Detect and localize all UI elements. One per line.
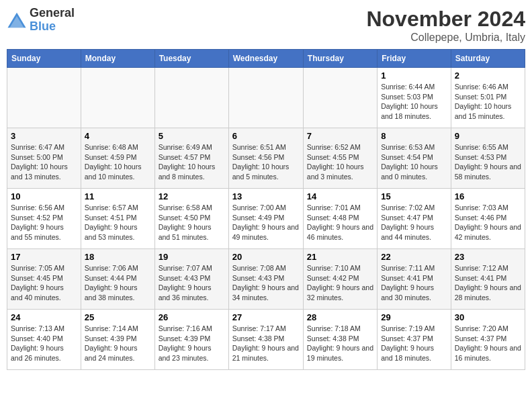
day-number: 27 <box>232 312 300 322</box>
day-info: Sunrise: 6:46 AM Sunset: 5:01 PM Dayligh… <box>455 82 521 122</box>
day-number: 20 <box>232 252 300 262</box>
day-info: Sunrise: 7:20 AM Sunset: 4:37 PM Dayligh… <box>455 324 521 363</box>
month-title: November 2024 <box>366 7 525 32</box>
day-number: 28 <box>307 312 373 322</box>
calendar-day-cell: 13Sunrise: 7:00 AM Sunset: 4:49 PM Dayli… <box>228 189 303 249</box>
weekday-header: Wednesday <box>228 50 303 68</box>
day-info: Sunrise: 7:07 AM Sunset: 4:43 PM Dayligh… <box>159 263 225 303</box>
calendar-day-cell: 11Sunrise: 6:57 AM Sunset: 4:51 PM Dayli… <box>81 189 154 249</box>
day-number: 15 <box>381 191 447 201</box>
calendar-day-cell: 8Sunrise: 6:53 AM Sunset: 4:54 PM Daylig… <box>378 128 451 189</box>
logo-blue-text: Blue <box>30 19 56 33</box>
calendar-header-row: SundayMondayTuesdayWednesdayThursdayFrid… <box>7 50 525 68</box>
day-number: 2 <box>455 71 521 81</box>
day-info: Sunrise: 7:05 AM Sunset: 4:45 PM Dayligh… <box>11 263 77 303</box>
day-number: 30 <box>455 312 521 322</box>
calendar-day-cell: 4Sunrise: 6:48 AM Sunset: 4:59 PM Daylig… <box>81 128 154 189</box>
day-info: Sunrise: 6:52 AM Sunset: 4:55 PM Dayligh… <box>307 142 373 182</box>
day-number: 18 <box>85 252 151 262</box>
day-number: 12 <box>159 191 225 201</box>
calendar-day-cell: 12Sunrise: 6:58 AM Sunset: 4:50 PM Dayli… <box>154 189 228 249</box>
calendar-day-cell: 26Sunrise: 7:16 AM Sunset: 4:39 PM Dayli… <box>154 310 228 370</box>
day-info: Sunrise: 7:08 AM Sunset: 4:43 PM Dayligh… <box>232 263 300 303</box>
logo-general-text: General <box>30 6 75 19</box>
logo-icon <box>7 10 27 30</box>
calendar-day-cell <box>228 68 303 128</box>
day-number: 16 <box>455 191 521 201</box>
day-info: Sunrise: 7:06 AM Sunset: 4:44 PM Dayligh… <box>85 263 151 303</box>
day-number: 21 <box>307 252 373 262</box>
day-info: Sunrise: 7:10 AM Sunset: 4:42 PM Dayligh… <box>307 263 373 303</box>
calendar-day-cell <box>81 68 154 128</box>
day-info: Sunrise: 6:49 AM Sunset: 4:57 PM Dayligh… <box>159 142 225 182</box>
weekday-header: Monday <box>81 50 154 68</box>
calendar-day-cell: 14Sunrise: 7:01 AM Sunset: 4:48 PM Dayli… <box>303 189 377 249</box>
calendar-day-cell <box>303 68 377 128</box>
calendar-day-cell: 5Sunrise: 6:49 AM Sunset: 4:57 PM Daylig… <box>154 128 228 189</box>
day-info: Sunrise: 6:44 AM Sunset: 5:03 PM Dayligh… <box>381 82 447 122</box>
day-number: 4 <box>85 131 151 141</box>
day-number: 24 <box>11 312 77 322</box>
page-header: General Blue November 2024 Collepepe, Um… <box>7 7 525 44</box>
day-info: Sunrise: 6:51 AM Sunset: 4:56 PM Dayligh… <box>232 142 300 182</box>
calendar-day-cell: 27Sunrise: 7:17 AM Sunset: 4:38 PM Dayli… <box>228 310 303 370</box>
weekday-header: Tuesday <box>154 50 228 68</box>
day-number: 23 <box>455 252 521 262</box>
day-number: 13 <box>232 191 300 201</box>
calendar-day-cell: 9Sunrise: 6:55 AM Sunset: 4:53 PM Daylig… <box>451 128 525 189</box>
day-info: Sunrise: 7:18 AM Sunset: 4:38 PM Dayligh… <box>307 324 373 363</box>
day-info: Sunrise: 6:47 AM Sunset: 5:00 PM Dayligh… <box>11 142 77 182</box>
day-number: 19 <box>159 252 225 262</box>
calendar-day-cell <box>7 68 81 128</box>
location-text: Collepepe, Umbria, Italy <box>366 32 525 44</box>
calendar-week-row: 3Sunrise: 6:47 AM Sunset: 5:00 PM Daylig… <box>7 128 525 189</box>
calendar-week-row: 10Sunrise: 6:56 AM Sunset: 4:52 PM Dayli… <box>7 189 525 249</box>
calendar-day-cell: 20Sunrise: 7:08 AM Sunset: 4:43 PM Dayli… <box>228 249 303 310</box>
calendar-day-cell: 19Sunrise: 7:07 AM Sunset: 4:43 PM Dayli… <box>154 249 228 310</box>
calendar-day-cell: 18Sunrise: 7:06 AM Sunset: 4:44 PM Dayli… <box>81 249 154 310</box>
day-info: Sunrise: 6:53 AM Sunset: 4:54 PM Dayligh… <box>381 142 447 182</box>
calendar-day-cell: 3Sunrise: 6:47 AM Sunset: 5:00 PM Daylig… <box>7 128 81 189</box>
day-info: Sunrise: 7:19 AM Sunset: 4:37 PM Dayligh… <box>381 324 447 363</box>
day-number: 7 <box>307 131 373 141</box>
day-info: Sunrise: 6:48 AM Sunset: 4:59 PM Dayligh… <box>85 142 151 182</box>
calendar-day-cell: 7Sunrise: 6:52 AM Sunset: 4:55 PM Daylig… <box>303 128 377 189</box>
calendar-day-cell: 29Sunrise: 7:19 AM Sunset: 4:37 PM Dayli… <box>378 310 451 370</box>
calendar-day-cell: 2Sunrise: 6:46 AM Sunset: 5:01 PM Daylig… <box>451 68 525 128</box>
day-number: 10 <box>11 191 77 201</box>
calendar-week-row: 1Sunrise: 6:44 AM Sunset: 5:03 PM Daylig… <box>7 68 525 128</box>
calendar-day-cell: 15Sunrise: 7:02 AM Sunset: 4:47 PM Dayli… <box>378 189 451 249</box>
day-info: Sunrise: 7:14 AM Sunset: 4:39 PM Dayligh… <box>85 324 151 363</box>
calendar-day-cell: 21Sunrise: 7:10 AM Sunset: 4:42 PM Dayli… <box>303 249 377 310</box>
day-info: Sunrise: 7:11 AM Sunset: 4:41 PM Dayligh… <box>381 263 447 303</box>
weekday-header: Friday <box>378 50 451 68</box>
calendar-day-cell: 6Sunrise: 6:51 AM Sunset: 4:56 PM Daylig… <box>228 128 303 189</box>
weekday-header: Sunday <box>7 50 81 68</box>
calendar-day-cell: 10Sunrise: 6:56 AM Sunset: 4:52 PM Dayli… <box>7 189 81 249</box>
day-info: Sunrise: 7:16 AM Sunset: 4:39 PM Dayligh… <box>159 324 225 363</box>
logo: General Blue <box>7 7 75 34</box>
day-number: 26 <box>159 312 225 322</box>
calendar-day-cell: 30Sunrise: 7:20 AM Sunset: 4:37 PM Dayli… <box>451 310 525 370</box>
calendar-day-cell: 24Sunrise: 7:13 AM Sunset: 4:40 PM Dayli… <box>7 310 81 370</box>
calendar-week-row: 24Sunrise: 7:13 AM Sunset: 4:40 PM Dayli… <box>7 310 525 370</box>
day-info: Sunrise: 7:12 AM Sunset: 4:41 PM Dayligh… <box>455 263 521 303</box>
day-number: 6 <box>232 131 300 141</box>
calendar-day-cell <box>154 68 228 128</box>
calendar-day-cell: 23Sunrise: 7:12 AM Sunset: 4:41 PM Dayli… <box>451 249 525 310</box>
day-number: 17 <box>11 252 77 262</box>
title-block: November 2024 Collepepe, Umbria, Italy <box>366 7 525 44</box>
day-number: 11 <box>85 191 151 201</box>
day-info: Sunrise: 6:56 AM Sunset: 4:52 PM Dayligh… <box>11 203 77 242</box>
day-info: Sunrise: 6:57 AM Sunset: 4:51 PM Dayligh… <box>85 203 151 242</box>
day-info: Sunrise: 7:03 AM Sunset: 4:46 PM Dayligh… <box>455 203 521 242</box>
day-number: 9 <box>455 131 521 141</box>
calendar-day-cell: 22Sunrise: 7:11 AM Sunset: 4:41 PM Dayli… <box>378 249 451 310</box>
day-number: 25 <box>85 312 151 322</box>
day-info: Sunrise: 7:13 AM Sunset: 4:40 PM Dayligh… <box>11 324 77 363</box>
calendar-day-cell: 1Sunrise: 6:44 AM Sunset: 5:03 PM Daylig… <box>378 68 451 128</box>
day-number: 22 <box>381 252 447 262</box>
calendar-day-cell: 17Sunrise: 7:05 AM Sunset: 4:45 PM Dayli… <box>7 249 81 310</box>
calendar-table: SundayMondayTuesdayWednesdayThursdayFrid… <box>7 49 525 370</box>
day-info: Sunrise: 7:01 AM Sunset: 4:48 PM Dayligh… <box>307 203 373 242</box>
